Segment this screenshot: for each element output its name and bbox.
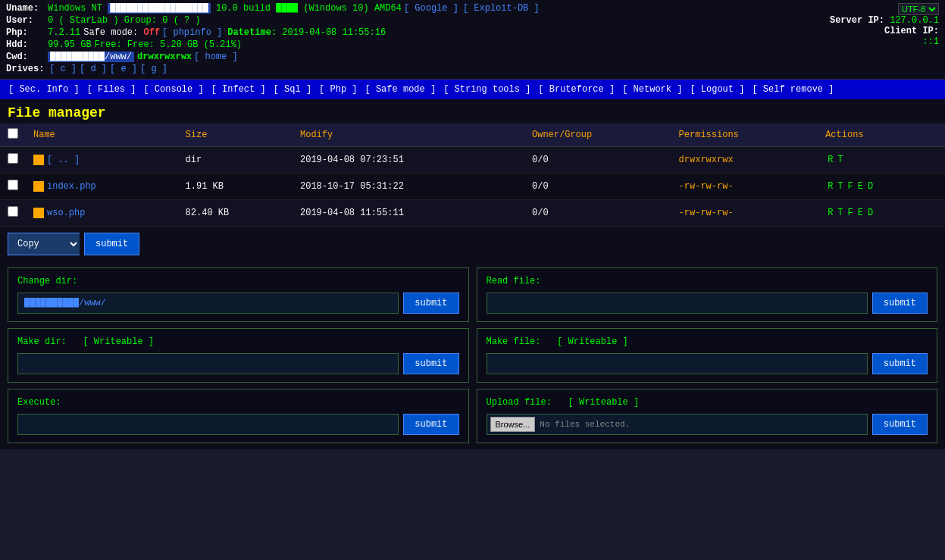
read-file-input[interactable] (487, 293, 868, 314)
uname-label: Uname: (6, 3, 48, 14)
row-actions: RTFED (818, 174, 945, 200)
drive-d[interactable]: [ d ] (80, 64, 107, 74)
row-checkbox[interactable] (8, 206, 18, 217)
nav-sec-info[interactable]: [ Sec. Info ] (6, 83, 82, 95)
execute-input-row: submit (17, 414, 459, 435)
nav-files[interactable]: [ Files ] (85, 83, 139, 95)
row-checkbox[interactable] (8, 153, 18, 164)
col-name: Name (26, 124, 178, 147)
copy-select[interactable]: Copy Move Delete Download (8, 233, 80, 255)
file-icon (33, 208, 44, 218)
upload-file-label: Upload file: [ Writeable ] (487, 397, 928, 408)
upload-writeable: [ Writeable ] (568, 397, 640, 408)
copy-select-wrapper: Copy Move Delete Download (8, 233, 80, 255)
col-actions: Actions (818, 124, 945, 147)
nav-php[interactable]: [ Php ] (317, 83, 359, 95)
exploitdb-link[interactable]: [ Exploit-DB ] (463, 3, 540, 14)
phpinfo-link[interactable]: [ phpinfo ] (162, 27, 222, 38)
execute-input[interactable] (17, 414, 399, 435)
table-row: index.php1.91 KB2018-10-17 05:31:220/0-r… (0, 174, 945, 200)
make-dir-input-row: submit (17, 353, 459, 374)
panel-row-1: Change dir: submit Read file: submit (8, 267, 937, 322)
select-all-checkbox[interactable] (8, 128, 18, 139)
action-link-f[interactable]: F (848, 208, 853, 218)
cwd-row: Cwd: ██████████/www/ drwxrwxrwx [ home ] (6, 52, 939, 62)
drive-e[interactable]: [ e ] (110, 64, 137, 74)
action-link-f[interactable]: F (848, 181, 853, 192)
file-name-text[interactable]: wso.php (47, 208, 85, 218)
server-ip-value: 127.0.0.1 (890, 15, 939, 26)
cwd-perms: drwxrwxrwx (137, 52, 192, 62)
header-bar: UTF-8 Server IP: 127.0.0.1 Client IP: ::… (0, 0, 945, 80)
action-link-t[interactable]: T (837, 208, 843, 218)
action-submit-button[interactable]: submit (84, 233, 139, 255)
row-actions: RTFED (818, 200, 945, 227)
make-file-panel: Make file: [ Writeable ] submit (477, 328, 938, 383)
row-modify: 2018-10-17 05:31:22 (293, 174, 524, 200)
execute-submit[interactable]: submit (403, 414, 458, 435)
row-perms: -rw-rw-rw- (671, 174, 818, 200)
make-dir-input[interactable] (17, 353, 399, 374)
row-size: 1.91 KB (178, 174, 293, 200)
drive-c[interactable]: [ c ] (49, 64, 77, 74)
make-dir-writeable: [ Writeable ] (83, 336, 154, 347)
php-version: 7.2.11 (48, 27, 80, 38)
action-link-r[interactable]: R (828, 208, 833, 218)
browse-button[interactable]: Browse... (490, 417, 536, 432)
action-link-e[interactable]: E (858, 181, 863, 192)
nav-string-tools[interactable]: [ String tools ] (441, 83, 533, 95)
nav-network[interactable]: [ Network ] (620, 83, 684, 95)
col-modify: Modify (293, 124, 524, 147)
row-perms: drwxrwxrwx (671, 147, 818, 174)
make-dir-submit[interactable]: submit (403, 353, 458, 374)
nav-console[interactable]: [ Console ] (141, 83, 205, 95)
hdd-label: Hdd: (6, 39, 48, 50)
row-checkbox-cell (0, 174, 26, 200)
action-link-t[interactable]: T (837, 181, 843, 192)
change-dir-submit[interactable]: submit (403, 293, 458, 314)
file-name-text[interactable]: index.php (47, 181, 96, 192)
google-link[interactable]: [ Google ] (404, 3, 458, 14)
php-label: Php: (6, 27, 48, 38)
make-dir-label: Make dir: [ Writeable ] (17, 336, 459, 347)
make-file-submit[interactable]: submit (872, 353, 928, 374)
nav-sql[interactable]: [ Sql ] (271, 83, 314, 95)
execute-label: Execute: (17, 397, 459, 408)
action-link-d[interactable]: D (868, 208, 873, 218)
row-checkbox[interactable] (8, 180, 18, 190)
nav-safe-mode[interactable]: [ Safe mode ] (363, 83, 439, 95)
change-dir-input[interactable] (17, 293, 399, 314)
make-file-label: Make file: [ Writeable ] (487, 336, 928, 347)
bottom-panels: Change dir: submit Read file: submit Mak… (0, 261, 945, 449)
change-dir-label: Change dir: (17, 276, 459, 286)
no-file-text: No files selected. (540, 420, 630, 429)
panel-row-3: Execute: submit Upload file: [ Writeable… (8, 389, 937, 443)
client-ip-label: Client IP: (884, 26, 939, 36)
action-link-r[interactable]: R (828, 181, 833, 192)
cwd-home-link[interactable]: [ home ] (194, 52, 238, 62)
make-file-input[interactable] (487, 353, 868, 374)
row-name: index.php (26, 174, 178, 200)
user-row: User: 0 ( StarLab ) Group: 0 ( ? ) (6, 15, 939, 26)
change-dir-panel: Change dir: submit (8, 267, 469, 322)
file-table: Name Size Modify Owner/Group Permissions… (0, 124, 945, 227)
nav-bruteforce[interactable]: [ Bruteforce ] (536, 83, 617, 95)
encoding-select[interactable]: UTF-8 (898, 3, 939, 15)
header-right: UTF-8 Server IP: 127.0.0.1 Client IP: ::… (830, 3, 939, 47)
action-link-t[interactable]: T (837, 155, 843, 165)
file-name-text[interactable]: [ .. ] (47, 155, 80, 165)
action-link-r[interactable]: R (828, 155, 833, 165)
action-link-e[interactable]: E (858, 208, 863, 218)
action-link-d[interactable]: D (868, 181, 873, 192)
nav-logout[interactable]: [ Logout ] (687, 83, 746, 95)
read-file-submit[interactable]: submit (872, 293, 928, 314)
file-table-body: [ .. ]dir2019-04-08 07:23:510/0drwxrwxrw… (0, 147, 945, 227)
read-file-panel: Read file: submit (477, 267, 938, 322)
uname-row: Uname: Windows NT ██████████████████ 10.… (6, 3, 939, 14)
nav-self-remove[interactable]: [ Self remove ] (749, 83, 836, 95)
page-title: File manager (0, 99, 945, 124)
drive-g[interactable]: [ g ] (140, 64, 167, 74)
nav-infect[interactable]: [ Infect ] (209, 83, 268, 95)
php-row: Php: 7.2.11 Safe mode: Off [ phpinfo ] D… (6, 27, 939, 38)
upload-submit[interactable]: submit (872, 414, 928, 435)
